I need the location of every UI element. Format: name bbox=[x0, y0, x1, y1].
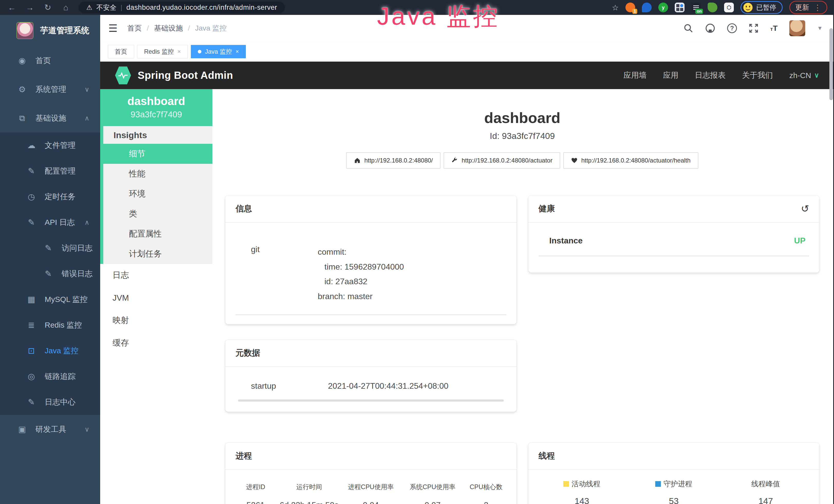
extension-icon-switch[interactable]: on bbox=[691, 3, 701, 12]
sba-menu-classes[interactable]: 类 bbox=[103, 204, 213, 224]
app-logo-row[interactable]: 芋道管理系统 bbox=[0, 15, 100, 46]
main-column: ☰ 首页 / 基础设施 / Java 监控 ? bbox=[100, 15, 834, 504]
sba-menu-caches[interactable]: 缓存 bbox=[100, 332, 213, 354]
sba-menu-jvm[interactable]: JVM bbox=[100, 287, 213, 309]
sba-menu-logs[interactable]: 日志 bbox=[100, 264, 213, 287]
monitor-icon: ⧉ bbox=[17, 113, 28, 123]
sidebar-item-system[interactable]: ⚙ 系统管理 ∨ bbox=[0, 75, 100, 104]
security-label: 不安全 bbox=[96, 3, 116, 12]
update-label: 更新 bbox=[795, 3, 809, 12]
sba-menu-config-props[interactable]: 配置属性 bbox=[103, 224, 213, 244]
github-icon[interactable] bbox=[705, 23, 715, 33]
toolbox-icon: ▣ bbox=[17, 425, 28, 434]
sidebar-item-redis[interactable]: ≣ Redis 监控 bbox=[0, 312, 100, 338]
process-pid-col: 进程ID 5261 bbox=[233, 483, 278, 504]
instance-name: dashboard bbox=[100, 95, 213, 108]
main-sidebar: 芋道管理系统 ◉ 首页 ⚙ 系统管理 ∨ ⧉ 基础设施 ∧ ☁ 文件管理 ✎ 配… bbox=[0, 15, 100, 504]
process-card-body: 进程ID 5261 运行时间 6d 23h 15m 59s bbox=[225, 470, 517, 504]
extension-icon-pin[interactable] bbox=[642, 3, 652, 12]
actuator-url: http://192.168.0.2:48080/actuator bbox=[462, 157, 552, 164]
info-card-title: 信息 bbox=[236, 203, 252, 214]
sba-nav-applications[interactable]: 应用 bbox=[663, 70, 678, 81]
tab-home[interactable]: 首页 bbox=[108, 45, 134, 58]
cards-row-2: 元数据 startup 2021-04-27T00:44:31.254+08:0… bbox=[225, 340, 819, 412]
actuator-url-button[interactable]: http://192.168.0.2:48080/actuator bbox=[444, 152, 560, 169]
sidebar-item-trace[interactable]: ◎ 链路追踪 bbox=[0, 364, 100, 389]
instance-id: 93a3fc7f7409 bbox=[100, 110, 213, 119]
health-instance-label: Instance bbox=[549, 236, 583, 246]
sidebar-item-log-center[interactable]: ✎ 日志中心 bbox=[0, 389, 100, 415]
sidebar-item-config[interactable]: ✎ 配置管理 bbox=[0, 158, 100, 184]
tab-java[interactable]: Java 监控 × bbox=[191, 45, 246, 58]
browser-forward-icon[interactable]: → bbox=[25, 3, 35, 12]
threads-card-header: 线程 bbox=[528, 443, 820, 470]
address-bar[interactable]: ⚠ 不安全 | dashboard.yudao.iocoder.cn/infra… bbox=[79, 2, 285, 13]
browser-back-icon[interactable]: ← bbox=[7, 3, 17, 12]
browser-home-icon[interactable]: ⌂ bbox=[61, 3, 71, 12]
extension-icon-puzzle[interactable]: ⬡ bbox=[724, 3, 734, 12]
process-card-title: 进程 bbox=[236, 450, 252, 462]
page-scrollbar-thumb[interactable] bbox=[829, 28, 833, 100]
close-icon[interactable]: × bbox=[236, 48, 239, 55]
chevron-down-icon[interactable]: ▼ bbox=[817, 25, 823, 31]
close-icon[interactable]: × bbox=[177, 48, 181, 55]
sidebar-item-label: Redis 监控 bbox=[45, 320, 82, 330]
sidebar-item-access-log[interactable]: ✎ 访问日志 bbox=[0, 235, 100, 261]
yellow-swatch-icon bbox=[563, 481, 569, 487]
browser-update-button[interactable]: 更新 ⋮ bbox=[789, 1, 827, 14]
sba-nav-applications-wall[interactable]: 应用墙 bbox=[623, 70, 646, 81]
cards-row-3: 进程 进程ID 5261 运行时间 bbox=[225, 443, 819, 504]
browser-extensions-area: ☆ 1 y on ⬡ 已暂停 更新 ⋮ bbox=[612, 1, 827, 14]
sidebar-item-java[interactable]: ⊡ Java 监控 bbox=[0, 338, 100, 364]
sba-menu-mappings[interactable]: 映射 bbox=[100, 309, 213, 332]
sba-nav-about[interactable]: 关于我们 bbox=[742, 70, 773, 81]
sidebar-item-error-log[interactable]: ✎ 错误日志 bbox=[0, 261, 100, 287]
sba-frame: Spring Boot Admin 应用墙 应用 日志报表 关于我们 zh-CN… bbox=[100, 62, 834, 504]
service-url-button[interactable]: http://192.168.0.2:48080/ bbox=[346, 152, 440, 169]
history-icon[interactable]: ↺ bbox=[801, 203, 809, 214]
sidebar-item-home[interactable]: ◉ 首页 bbox=[0, 46, 100, 75]
health-instance-row[interactable]: Instance UP bbox=[539, 234, 809, 256]
sba-nav-journal[interactable]: 日志报表 bbox=[695, 70, 726, 81]
sidebar-item-file[interactable]: ☁ 文件管理 bbox=[0, 133, 100, 158]
sidebar-item-dev-tools[interactable]: ▣ 研发工具 ∨ bbox=[0, 415, 100, 444]
metadata-card-body: startup 2021-04-27T00:44:31.254+08:00 bbox=[225, 367, 517, 412]
breadcrumb-home[interactable]: 首页 bbox=[127, 23, 142, 33]
help-icon[interactable]: ? bbox=[727, 23, 737, 33]
sidebar-item-job[interactable]: ◷ 定时任务 bbox=[0, 184, 100, 209]
extension-icon-orange[interactable]: 1 bbox=[626, 3, 635, 12]
header-actions: ? тT ▼ bbox=[683, 20, 823, 36]
stack-icon: ≣ bbox=[26, 320, 37, 330]
extension-icon-grid[interactable] bbox=[675, 3, 684, 12]
hamburger-icon[interactable]: ☰ bbox=[108, 22, 118, 34]
sba-menu-scheduled-tasks[interactable]: 计划任务 bbox=[103, 244, 213, 264]
sidebar-item-api-log[interactable]: ✎ API 日志 ∧ bbox=[0, 209, 100, 235]
fullscreen-icon[interactable] bbox=[749, 23, 759, 33]
horizontal-scrollbar[interactable] bbox=[238, 399, 504, 402]
sidebar-item-infra[interactable]: ⧉ 基础设施 ∧ bbox=[0, 104, 100, 133]
sba-brand-title: Spring Boot Admin bbox=[138, 70, 233, 81]
sidebar-item-label: 错误日志 bbox=[62, 269, 92, 279]
extension-icon-green[interactable] bbox=[708, 3, 717, 12]
bookmark-star-icon[interactable]: ☆ bbox=[612, 3, 619, 12]
breadcrumb-infra[interactable]: 基础设施 bbox=[154, 23, 183, 33]
profile-emoji-icon bbox=[743, 3, 752, 12]
sba-menu-metrics[interactable]: 性能 bbox=[103, 164, 213, 184]
profile-paused-pill[interactable]: 已暂停 bbox=[741, 1, 783, 14]
tab-redis[interactable]: Redis 监控 × bbox=[137, 45, 188, 58]
info-card-body: git commit: time: 1596289704000 id: 27aa… bbox=[225, 223, 517, 324]
sba-menu-environment[interactable]: 环境 bbox=[103, 184, 213, 204]
font-size-icon[interactable]: тT bbox=[770, 24, 777, 32]
sba-menu-details[interactable]: 细节 bbox=[103, 144, 213, 164]
sidebar-item-mysql[interactable]: ▦ MySQL 监控 bbox=[0, 287, 100, 312]
extension-icon-yuque[interactable]: y bbox=[658, 3, 668, 12]
browser-reload-icon[interactable]: ↻ bbox=[43, 3, 53, 12]
sba-locale-select[interactable]: zh-CN ∨ bbox=[789, 71, 819, 80]
cpu-cores-value: 2 bbox=[463, 500, 509, 504]
search-icon[interactable] bbox=[683, 23, 693, 33]
chevron-down-icon: ∨ bbox=[85, 426, 89, 433]
avatar[interactable] bbox=[789, 20, 805, 36]
browser-menu-icon[interactable]: ⋮ bbox=[814, 3, 821, 12]
column-header: 运行时间 bbox=[278, 483, 340, 491]
health-url-button[interactable]: http://192.168.0.2:48080/actuator/health bbox=[563, 152, 698, 169]
